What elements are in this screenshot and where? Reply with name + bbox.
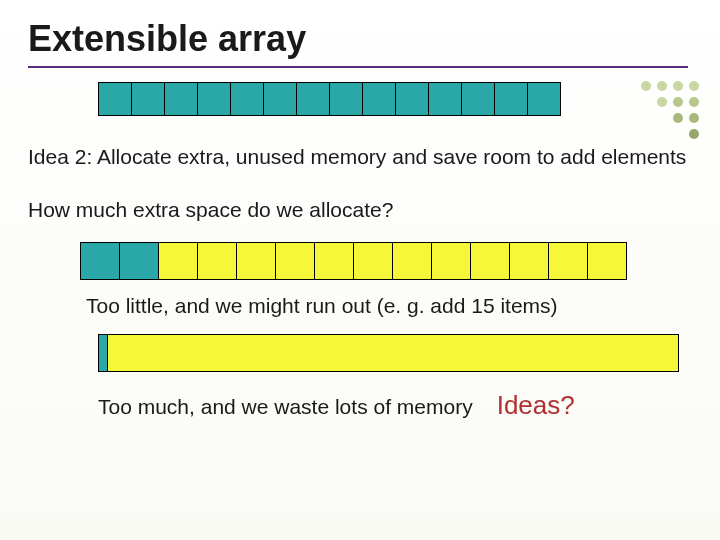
array-cell bbox=[296, 82, 330, 116]
svg-point-0 bbox=[641, 81, 651, 91]
svg-point-8 bbox=[689, 113, 699, 123]
array-empty-region bbox=[107, 334, 679, 372]
svg-point-2 bbox=[673, 81, 683, 91]
array-cell bbox=[197, 242, 237, 280]
ideas-prompt: Ideas? bbox=[497, 390, 575, 421]
array-cell bbox=[275, 242, 315, 280]
array-full bbox=[98, 82, 692, 116]
slide-title: Extensible array bbox=[0, 0, 720, 66]
svg-point-5 bbox=[673, 97, 683, 107]
array-cell bbox=[548, 242, 588, 280]
array-cell bbox=[236, 242, 276, 280]
array-cell bbox=[164, 82, 198, 116]
array-cell bbox=[353, 242, 393, 280]
array-cell bbox=[428, 82, 462, 116]
array-cell bbox=[470, 242, 510, 280]
array-cell bbox=[392, 242, 432, 280]
array-cell bbox=[527, 82, 561, 116]
array-cell bbox=[158, 242, 198, 280]
decorative-dots-icon bbox=[636, 76, 706, 146]
array-cell bbox=[395, 82, 429, 116]
array-cell bbox=[230, 82, 264, 116]
caption-too-much: Too much, and we waste lots of memory bbox=[98, 395, 473, 419]
svg-point-4 bbox=[657, 97, 667, 107]
svg-point-7 bbox=[673, 113, 683, 123]
array-cell bbox=[362, 82, 396, 116]
array-too-much bbox=[98, 334, 692, 372]
svg-point-3 bbox=[689, 81, 699, 91]
array-cell bbox=[80, 242, 120, 280]
array-cell bbox=[461, 82, 495, 116]
array-cell bbox=[131, 82, 165, 116]
array-cell bbox=[509, 242, 549, 280]
question-text: How much extra space do we allocate? bbox=[28, 198, 692, 222]
svg-point-6 bbox=[689, 97, 699, 107]
svg-point-1 bbox=[657, 81, 667, 91]
caption-too-little: Too little, and we might run out (e. g. … bbox=[86, 294, 692, 318]
array-too-little bbox=[80, 242, 692, 280]
array-cell bbox=[263, 82, 297, 116]
array-cell bbox=[431, 242, 471, 280]
title-underline bbox=[28, 66, 688, 68]
array-cell bbox=[314, 242, 354, 280]
array-cell bbox=[119, 242, 159, 280]
svg-point-9 bbox=[689, 129, 699, 139]
array-cell bbox=[329, 82, 363, 116]
array-cell bbox=[98, 82, 132, 116]
array-cell bbox=[494, 82, 528, 116]
idea-text: Idea 2: Allocate extra, unused memory an… bbox=[28, 144, 692, 170]
array-cell bbox=[197, 82, 231, 116]
array-cell bbox=[587, 242, 627, 280]
